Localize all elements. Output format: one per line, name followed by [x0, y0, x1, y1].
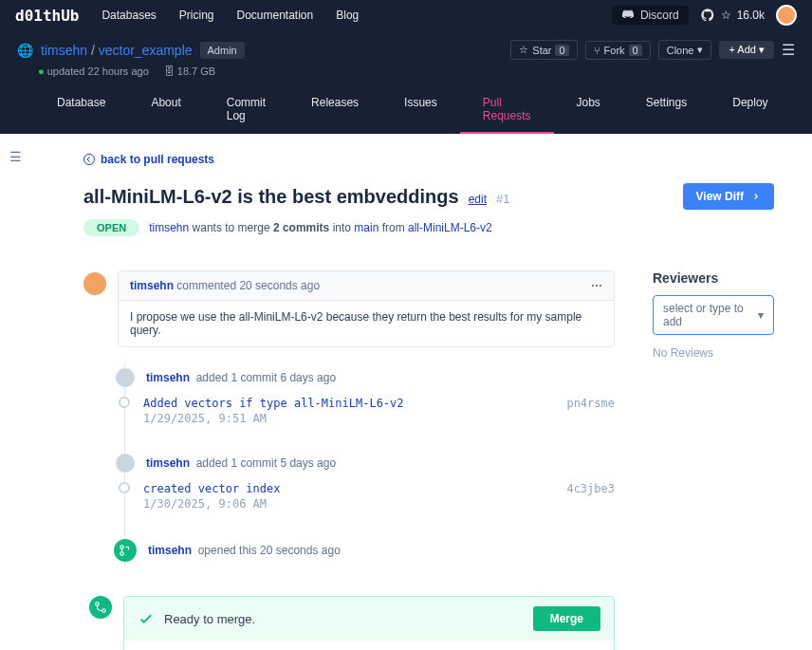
tab-commit-log[interactable]: Commit Log — [204, 86, 288, 134]
clone-button[interactable]: Clone ▾ — [658, 40, 712, 60]
logo[interactable]: d01thUb — [15, 7, 79, 25]
discord-button[interactable]: Discord — [612, 6, 689, 25]
comment-menu-icon[interactable]: ⋯ — [591, 279, 602, 292]
repo-name-link[interactable]: vector_example — [99, 43, 193, 58]
svg-point-1 — [120, 546, 124, 549]
tab-about[interactable]: About — [128, 86, 203, 134]
tab-database[interactable]: Database — [34, 86, 128, 134]
pr-author-link[interactable]: timsehn — [149, 221, 189, 234]
tab-jobs[interactable]: Jobs — [554, 86, 623, 134]
discord-icon — [621, 9, 635, 22]
fork-button[interactable]: ⑂ Fork 0 — [585, 41, 651, 60]
tab-settings[interactable]: Settings — [623, 86, 710, 134]
nav-documentation[interactable]: Documentation — [237, 9, 314, 22]
source-branch-link[interactable]: all-MiniLM-L6-v2 — [408, 221, 492, 234]
reviewer-select[interactable]: select or type to add ▾ — [653, 295, 774, 335]
commit-node-icon — [119, 397, 130, 408]
comment-avatar — [83, 272, 106, 295]
commit-node-icon — [119, 482, 130, 493]
nav-blog[interactable]: Blog — [336, 9, 359, 22]
pr-number: #1 — [496, 192, 509, 206]
commit-message-link[interactable]: Added vectors if type all-MiniLM-L6-v2 — [143, 397, 553, 410]
pr-title: all-MiniLM-L6-v2 is the best embveddings — [83, 186, 459, 208]
menu-icon[interactable]: ☰ — [782, 41, 795, 59]
nav-databases[interactable]: Databases — [102, 9, 156, 22]
event-avatar — [116, 368, 135, 387]
event-author-link[interactable]: timsehn — [146, 371, 190, 384]
merge-button[interactable]: Merge — [533, 606, 600, 631]
svg-point-2 — [120, 552, 124, 556]
event-author-link[interactable]: timsehn — [146, 456, 190, 470]
merge-badge-icon — [89, 596, 112, 619]
edit-title-link[interactable]: edit — [469, 193, 487, 206]
tab-issues[interactable]: Issues — [381, 86, 460, 134]
check-icon — [138, 610, 155, 627]
svg-point-4 — [102, 609, 106, 613]
chevron-down-icon: ▾ — [758, 308, 764, 322]
commit-message-link[interactable]: created vector index — [143, 482, 553, 495]
sidebar-toggle[interactable]: ☰ — [0, 134, 30, 650]
comment-author-link[interactable]: timsehn — [130, 279, 174, 292]
globe-icon: 🌐 — [17, 43, 33, 58]
user-avatar[interactable] — [776, 5, 797, 26]
back-link[interactable]: back to pull requests — [83, 153, 774, 166]
tab-pull-requests[interactable]: Pull Requests — [460, 86, 554, 134]
chevron-right-icon — [751, 192, 761, 201]
no-reviews-text: No Reviews — [653, 346, 774, 360]
open-status-badge: OPEN — [83, 219, 139, 236]
star-button[interactable]: ☆ Star 0 — [510, 40, 577, 60]
repo-owner-link[interactable]: timsehn — [41, 43, 87, 58]
commit-date: 1/29/2025, 9:51 AM — [143, 412, 553, 425]
ready-to-merge-text: Ready to merge. — [164, 612, 255, 626]
reviewers-heading: Reviewers — [653, 270, 774, 286]
commit-hash[interactable]: pn4rsme — [566, 397, 615, 410]
admin-badge: Admin — [200, 42, 245, 59]
comment-box: timsehn commented 20 seconds ago ⋯ I pro… — [118, 270, 615, 347]
updated-text: updated 22 hours ago — [47, 65, 149, 77]
opened-badge-icon — [114, 539, 137, 562]
svg-point-3 — [96, 603, 100, 606]
comment-body: I propose we use the all-MiniLM-L6-v2 be… — [119, 301, 614, 346]
main-branch-link[interactable]: main — [354, 221, 378, 234]
view-diff-button[interactable]: View Diff — [683, 183, 774, 210]
back-arrow-icon — [83, 154, 95, 165]
commit-date: 1/30/2025, 9:06 AM — [143, 497, 553, 511]
event-author-link[interactable]: timsehn — [148, 544, 192, 557]
tab-deploy[interactable]: Deploy — [710, 86, 790, 134]
github-icon — [700, 8, 715, 23]
tab-releases[interactable]: Releases — [288, 86, 381, 134]
add-button[interactable]: + Add ▾ — [719, 41, 774, 59]
svg-point-0 — [84, 155, 95, 165]
github-stars[interactable]: ☆16.0k — [700, 8, 765, 23]
commit-hash[interactable]: 4c3jbe3 — [566, 482, 615, 495]
nav-pricing[interactable]: Pricing — [179, 9, 214, 22]
repo-size: 🗄 18.7 GB — [164, 65, 215, 77]
event-avatar — [116, 454, 135, 473]
